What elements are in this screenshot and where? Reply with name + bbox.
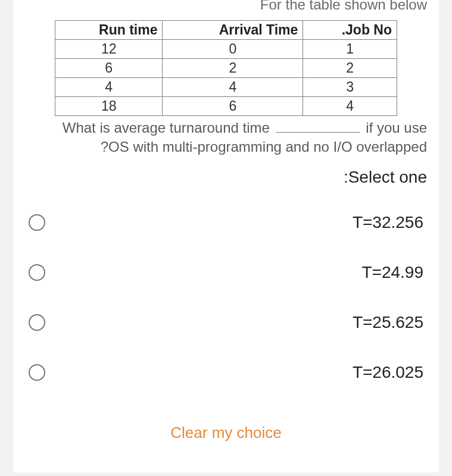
cell: 4 — [163, 78, 303, 97]
table-row: 4 4 3 — [55, 78, 397, 97]
cell: 12 — [55, 40, 163, 59]
select-one-label: :Select one — [25, 168, 427, 187]
question-card: For the table shown below Run time Arriv… — [13, 0, 439, 472]
option-row[interactable]: T=26.025 — [25, 363, 427, 382]
question-part: What is average turnaround time — [63, 120, 270, 136]
cell: 2 — [163, 59, 303, 78]
col-header: Arrival Time — [163, 21, 303, 40]
radio-button[interactable] — [29, 314, 45, 331]
cell: 0 — [163, 40, 303, 59]
question-text: What is average turnaround time if you u… — [25, 118, 427, 157]
cell: 1 — [303, 40, 397, 59]
option-row[interactable]: T=25.625 — [25, 313, 427, 332]
option-label: T=24.99 — [361, 263, 423, 282]
cell: 3 — [303, 78, 397, 97]
cell: 18 — [55, 97, 163, 116]
question-part: ?OS with multi-programming and no I/O ov… — [101, 139, 427, 155]
table-row: 12 0 1 — [55, 40, 397, 59]
question-part: if you use — [366, 120, 427, 136]
option-label: T=25.625 — [353, 313, 423, 332]
option-label: T=32.256 — [353, 213, 423, 232]
cell: 4 — [303, 97, 397, 116]
radio-button[interactable] — [29, 364, 45, 381]
option-row[interactable]: T=32.256 — [25, 213, 427, 232]
cell: 4 — [55, 78, 163, 97]
table-header-row: Run time Arrival Time .Job No — [55, 21, 397, 40]
intro-text: For the table shown below — [25, 0, 427, 13]
table-row: 18 6 4 — [55, 97, 397, 116]
blank-line — [276, 132, 360, 133]
option-row[interactable]: T=24.99 — [25, 263, 427, 282]
col-header: .Job No — [303, 21, 397, 40]
clear-choice-link[interactable]: Clear my choice — [25, 413, 427, 453]
radio-button[interactable] — [29, 214, 45, 231]
col-header: Run time — [55, 21, 163, 40]
cell: 6 — [55, 59, 163, 78]
option-label: T=26.025 — [353, 363, 423, 382]
cell: 2 — [303, 59, 397, 78]
cell: 6 — [163, 97, 303, 116]
radio-button[interactable] — [29, 264, 45, 281]
job-table: Run time Arrival Time .Job No 12 0 1 6 2… — [55, 20, 397, 116]
table-row: 6 2 2 — [55, 59, 397, 78]
